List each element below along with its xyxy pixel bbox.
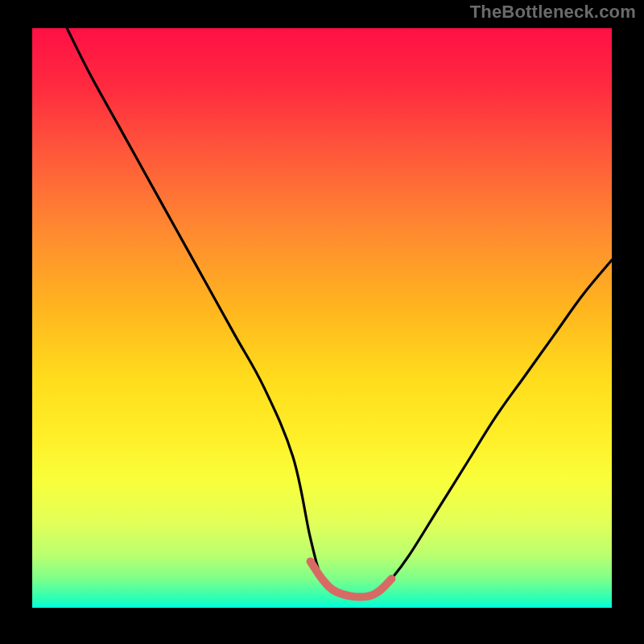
trough-highlight — [311, 561, 392, 597]
bottleneck-curve — [67, 28, 612, 597]
plot-area — [32, 28, 612, 608]
watermark-text: TheBottleneck.com — [470, 2, 636, 23]
chart-frame: TheBottleneck.com — [0, 0, 644, 644]
curve-svg — [32, 28, 612, 608]
